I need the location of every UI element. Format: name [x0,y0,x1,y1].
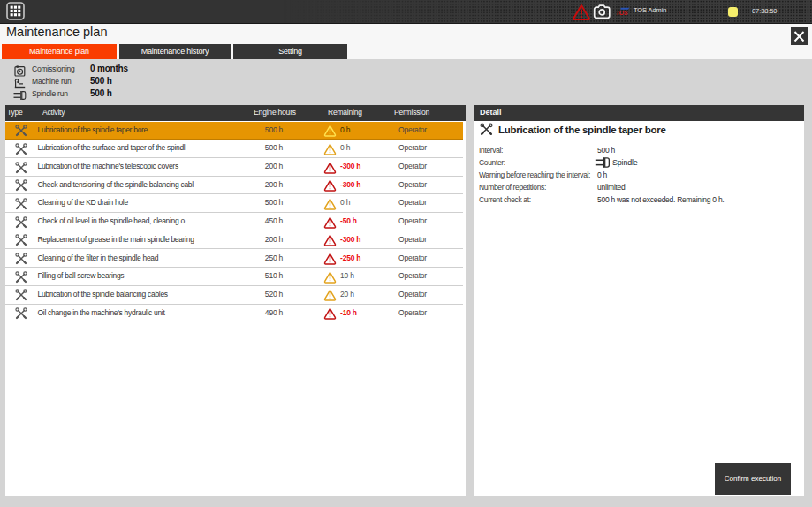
svg-text:TOS: TOS [616,10,628,16]
